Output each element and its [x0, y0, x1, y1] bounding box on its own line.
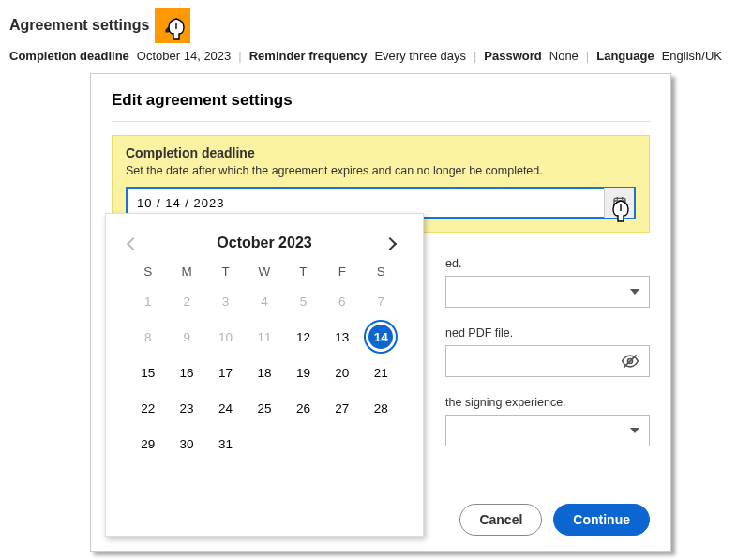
calendar-day[interactable]: 19 — [284, 359, 323, 386]
chevron-down-icon — [630, 289, 639, 295]
calendar-day: 5 — [284, 288, 323, 314]
calendar-day: 2 — [167, 288, 205, 314]
calendar-next-month[interactable] — [385, 235, 400, 250]
calendar-prev-month[interactable] — [128, 235, 143, 250]
summary-password-value: None — [549, 49, 579, 63]
cursor-icon — [164, 17, 188, 45]
calendar-dow: W — [245, 265, 283, 279]
calendar-dow: S — [362, 265, 400, 279]
edit-settings-modal: Edit agreement settings Completion deadl… — [90, 73, 671, 552]
field-label: Completion deadline — [126, 145, 636, 160]
calendar-day[interactable]: 24 — [206, 395, 245, 421]
calendar-dow: T — [284, 265, 323, 279]
language-field-fragment: the signing experience. — [445, 396, 650, 446]
page-title: Agreement settings — [9, 17, 149, 34]
summary-deadline-value: October 14, 2023 — [137, 49, 231, 63]
modal-title: Edit agreement settings — [112, 91, 650, 110]
summary-deadline-label: Completion deadline — [9, 49, 129, 63]
modal-footer: Cancel Continue — [459, 504, 650, 536]
summary-language-label: Language — [596, 49, 654, 63]
summary-reminder-value: Every three days — [374, 49, 466, 63]
calendar-day: 1 — [128, 288, 167, 314]
calendar-day[interactable]: 13 — [323, 324, 361, 350]
calendar-day[interactable]: 29 — [128, 431, 167, 457]
eye-off-icon — [621, 352, 639, 371]
calendar-month-label: October 2023 — [217, 235, 311, 251]
chevron-down-icon — [630, 428, 639, 433]
calendar-day: 3 — [206, 288, 245, 314]
calendar-day[interactable]: 14 — [366, 322, 396, 352]
language-select[interactable] — [445, 415, 650, 446]
calendar-day[interactable]: 16 — [167, 359, 205, 386]
calendar-header: October 2023 — [128, 235, 400, 251]
divider — [112, 121, 650, 122]
calendar-day[interactable]: 17 — [206, 359, 245, 386]
edit-settings-button[interactable] — [155, 8, 190, 43]
calendar-day: 9 — [167, 324, 205, 350]
calendar-day: 11 — [245, 324, 283, 350]
calendar-day[interactable]: 26 — [284, 395, 323, 421]
calendar-day[interactable]: 15 — [128, 359, 167, 386]
chevron-left-icon — [127, 237, 140, 250]
calendar-day[interactable]: 23 — [167, 395, 205, 421]
calendar-day[interactable]: 28 — [362, 395, 400, 421]
calendar-day[interactable]: 21 — [362, 359, 400, 386]
calendar-day[interactable]: 22 — [128, 395, 167, 421]
deadline-date-input[interactable] — [128, 196, 604, 210]
calendar-day: 7 — [362, 288, 400, 314]
chevron-right-icon — [384, 237, 397, 250]
calendar-day: 4 — [245, 288, 283, 314]
calendar-day: 6 — [323, 288, 361, 314]
calendar-day: 8 — [128, 324, 167, 350]
summary-reminder-label: Reminder frequency — [249, 49, 368, 63]
calendar-day[interactable]: 12 — [284, 324, 323, 350]
calendar-dow: S — [128, 265, 167, 279]
calendar-dow: M — [167, 265, 205, 279]
calendar-popover: October 2023 SMTWTFS12345678910111213141… — [105, 213, 424, 537]
field-description: Set the date after which the agreement e… — [126, 164, 636, 177]
calendar-day[interactable]: 20 — [323, 359, 361, 386]
calendar-day[interactable]: 25 — [245, 395, 283, 421]
reminder-select[interactable] — [445, 276, 650, 308]
password-field-fragment: ned PDF file. — [445, 326, 650, 377]
calendar-day[interactable]: 27 — [323, 395, 361, 421]
calendar-dow: F — [323, 265, 361, 279]
calendar-dow: T — [206, 265, 245, 279]
calendar-day[interactable]: 30 — [167, 431, 205, 457]
summary-password-label: Password — [484, 49, 541, 63]
reminder-field-fragment: ed. — [445, 257, 650, 308]
calendar-day[interactable]: 31 — [206, 431, 245, 457]
summary-language-value: English/UK — [662, 49, 722, 63]
open-calendar-button[interactable] — [604, 188, 634, 218]
cursor-icon — [609, 199, 633, 227]
calendar-day: 10 — [206, 324, 245, 350]
header-bar: Agreement settings — [0, 0, 752, 47]
calendar-day[interactable]: 18 — [245, 359, 283, 386]
calendar-grid: SMTWTFS123456789101112131415161718192021… — [128, 265, 400, 457]
continue-button[interactable]: Continue — [553, 504, 650, 536]
cancel-button[interactable]: Cancel — [459, 504, 542, 536]
summary-row: Completion deadline October 14, 2023 | R… — [0, 47, 752, 72]
password-input[interactable] — [445, 345, 650, 377]
